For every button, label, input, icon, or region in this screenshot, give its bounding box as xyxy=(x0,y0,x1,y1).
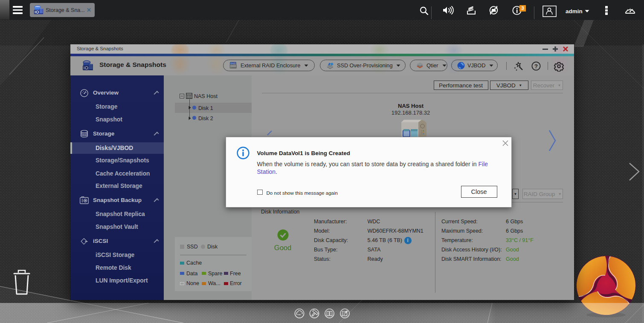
svg-text:?: ? xyxy=(534,63,538,69)
